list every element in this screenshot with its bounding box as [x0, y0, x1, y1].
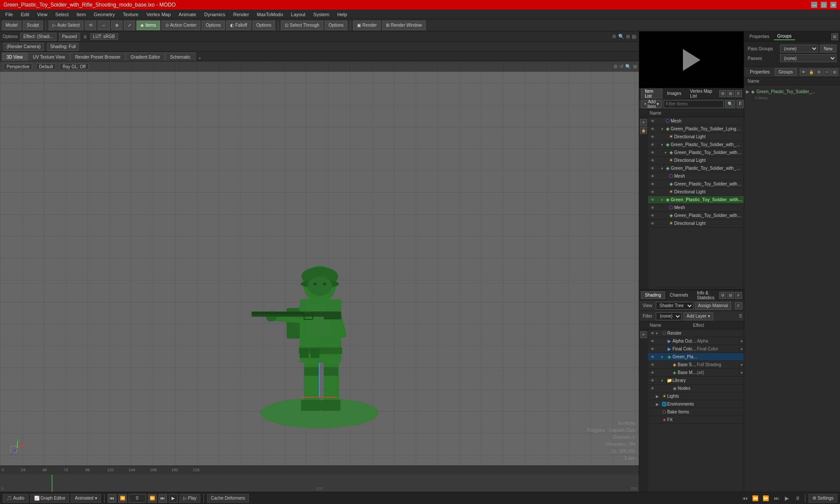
shader-content[interactable]: 👁 ▾ ⬡ Render 👁 ▶ Alpha Output Alpha ▾ [648, 329, 744, 492]
next-button[interactable]: ⏩ [148, 494, 157, 503]
auto-select-button[interactable]: ▷ Auto Select [49, 21, 84, 30]
shader-row-material[interactable]: 👁 ▾ ◈ Green_Plastic_Toy_Soldier [648, 353, 744, 361]
options2-button[interactable]: Options [252, 21, 275, 30]
viewport-3d[interactable]: Perspective Default Ray GL: Off ⚙ ↺ 🔍 ⊞ [0, 61, 639, 466]
effect-dropdown-icon[interactable]: ▾ [741, 339, 743, 343]
grp-lock-icon[interactable]: 🔒 [808, 69, 815, 76]
item-row[interactable]: 👁 ▾ ◈ Green_Plastic_Toy_Soldier_with_Mac… [648, 149, 744, 157]
options-ctrl-1[interactable]: ⚙ [612, 34, 616, 39]
sh-eye-icon[interactable]: 👁 [640, 331, 647, 338]
item-row[interactable]: 👁 ⬡ Mesh [648, 204, 744, 212]
tab-properties[interactable]: Properties [746, 33, 773, 40]
item-row[interactable]: 👁 ☀ Directional Light [648, 220, 744, 228]
vp-rotate-icon[interactable]: ↺ [620, 64, 623, 70]
menu-dynamics[interactable]: Dynamics [201, 11, 229, 18]
shader-row-environments[interactable]: ▶ 🌐 Environments [648, 400, 744, 408]
select-through-button[interactable]: ⊡ Select Through [281, 21, 323, 30]
add-viewport-tab[interactable]: + [196, 56, 204, 61]
transport-icon-6[interactable]: ⏸ [793, 494, 802, 503]
menu-view[interactable]: View [34, 11, 51, 18]
item-row[interactable]: 👁 ☀ Directional Light [648, 157, 744, 164]
tab-channels[interactable]: Channels [666, 291, 692, 299]
items-button[interactable]: ◈ Items [136, 21, 160, 30]
menu-help[interactable]: Help [334, 11, 351, 18]
shader-row-final-color[interactable]: 👁 ▶ Final Color Output Final Color ▾ [648, 345, 744, 353]
default-label[interactable]: Default [36, 63, 56, 70]
raygl-label[interactable]: Ray GL: Off [60, 63, 89, 70]
shader-row-base-shader[interactable]: 👁 ◆ Base Shader Full Shading ▾ [648, 361, 744, 369]
graph-editor-button[interactable]: 📈 Graph Editor [30, 494, 70, 503]
item-row[interactable]: 👁 ▾ ◈ Green_Plastic_Toy_Soldier_with_Mac… [648, 141, 744, 149]
menu-select[interactable]: Select [52, 11, 72, 18]
render-window-button[interactable]: ⊞ Render Window [382, 21, 426, 30]
prev-first-button[interactable]: ⏮ [108, 494, 116, 503]
tab-render-preset[interactable]: Render Preset Browser [70, 52, 126, 61]
frame-input[interactable] [129, 494, 146, 503]
shader-row-render[interactable]: 👁 ▾ ⬡ Render [648, 329, 744, 337]
grp-add-icon[interactable]: + [823, 69, 830, 76]
maximize-button[interactable]: □ [821, 2, 827, 8]
mode-model-button[interactable]: Model [2, 21, 21, 30]
options-ctrl-2[interactable]: 🔍 [618, 34, 624, 39]
item-row[interactable]: 👁 ▾ ◈ Green_Plastic_Toy_Soldier_with_Rif… [648, 164, 744, 172]
item-row[interactable]: 👁 ⬡ Mesh [648, 172, 744, 180]
effect-dropdown-icon[interactable]: ▾ [741, 363, 743, 367]
tab-3dview[interactable]: 3D View [2, 52, 28, 61]
shader-row-fx[interactable]: ★ FX [648, 416, 744, 424]
options-ctrl-3[interactable]: ⊞ [626, 34, 630, 39]
tab-gradient-editor[interactable]: Gradient Editor [126, 52, 165, 61]
item-row[interactable]: 👁 ☀ Directional Light [648, 188, 744, 196]
animated-button[interactable]: Animated ▾ [71, 494, 101, 503]
transform-btn-3[interactable]: ⊕ [111, 21, 122, 30]
options-ctrl-4[interactable]: ▤ [632, 34, 636, 39]
transform-btn-2[interactable]: ↔ [98, 21, 110, 30]
panel-lock-icon[interactable]: F [735, 90, 742, 97]
shader-filter-dropdown[interactable]: (none) [656, 312, 682, 320]
shader-f-btn[interactable]: F [735, 302, 742, 309]
menu-system[interactable]: System [310, 11, 333, 18]
effect-button[interactable]: Effect: (Shadi... [20, 33, 56, 41]
tab-shading[interactable]: Shading [641, 291, 665, 299]
play-stop-button[interactable]: ▶ [169, 494, 178, 503]
shading-button[interactable]: Shading: Full [47, 43, 79, 51]
shader-row-bake[interactable]: ⬡ Bake Items [648, 408, 744, 416]
minimize-button[interactable]: — [811, 2, 817, 8]
shader-row-lights[interactable]: ▶ ☀ Lights [648, 392, 744, 400]
il-lock-icon[interactable]: 🔒 [640, 127, 647, 134]
menu-layout[interactable]: Layout [287, 11, 309, 18]
close-button[interactable]: ✕ [830, 2, 836, 8]
settings-button[interactable]: ⚙ Settings [808, 494, 837, 503]
shader-lock-icon[interactable]: F [735, 292, 742, 299]
effect-dropdown-icon[interactable]: ▾ [741, 347, 743, 351]
play-button[interactable]: ▷ Play [179, 494, 200, 503]
mode-sculpt-button[interactable]: Sculpt [23, 21, 43, 30]
grp-expand-icon[interactable]: ⊞ [831, 69, 838, 76]
item-row[interactable]: 👁 ◈ Green_Plastic_Toy_Soldier_with_Rifle… [648, 180, 744, 188]
transport-icon-4[interactable]: ⏭ [772, 494, 781, 503]
next-last-button[interactable]: ⏭ [158, 494, 167, 503]
cache-deformers-button[interactable]: Cache Deformers [207, 494, 249, 503]
grp-tab-groups[interactable]: Groups [775, 68, 797, 76]
tab-groups[interactable]: Groups [774, 33, 795, 40]
transport-icon-3[interactable]: ⏩ [762, 494, 770, 503]
panel-expand-icon[interactable]: ⊞ [727, 90, 734, 97]
transport-icon-1[interactable]: ⏮ [741, 494, 749, 503]
tab-schematic[interactable]: Schematic [165, 52, 196, 61]
perspective-label[interactable]: Perspective [4, 63, 32, 70]
tab-item-list[interactable]: Item List [641, 88, 662, 100]
vp-expand-icon[interactable]: ⊞ [633, 64, 637, 70]
shader-tree-dropdown[interactable]: Shader Tree [656, 302, 693, 310]
tab-uv-texture[interactable]: UV Texture View [28, 52, 70, 61]
shader-row-library[interactable]: 👁 ▾ 📁 Library [648, 377, 744, 385]
filter-extra-btn[interactable]: F [737, 100, 744, 108]
menu-geometry[interactable]: Geometry [90, 11, 118, 18]
filter-icon-btn[interactable]: 🔍 [725, 100, 735, 108]
add-layer-button[interactable]: Add Layer ▾ [683, 312, 713, 320]
groups-content[interactable]: ▶ ◈ Green_Plastic_Toy_Soldier_... 3 Item… [744, 85, 840, 492]
passes-select[interactable]: (none) [780, 54, 836, 62]
vp-search-icon[interactable]: 🔍 [625, 64, 631, 70]
panel-settings-icon[interactable]: ⚙ [719, 90, 726, 97]
menu-vertex-map[interactable]: Vertex Map [143, 11, 175, 18]
preview-play-button[interactable] [683, 49, 700, 71]
transform-btn-1[interactable]: ⟲ [85, 21, 96, 30]
